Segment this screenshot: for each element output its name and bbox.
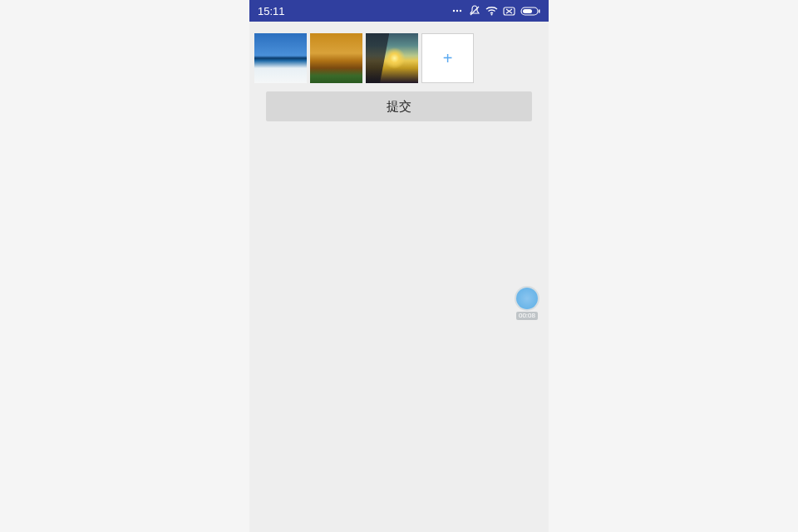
image-thumb[interactable] — [366, 33, 418, 83]
svg-rect-10 — [539, 9, 540, 12]
phone-frame: 15:11 + — [249, 0, 549, 532]
status-time: 15:11 — [258, 5, 285, 17]
image-thumb[interactable] — [310, 33, 362, 83]
content-area: + 提交 — [249, 22, 549, 121]
no-sim-icon — [503, 7, 515, 16]
image-thumb[interactable] — [254, 33, 307, 83]
record-time-label: 00:08 — [516, 312, 538, 320]
svg-point-4 — [491, 14, 493, 16]
battery-icon — [520, 7, 540, 16]
svg-point-2 — [460, 10, 461, 12]
status-icons — [452, 5, 540, 17]
svg-rect-9 — [523, 9, 532, 13]
submit-label: 提交 — [387, 99, 411, 115]
screen-record-widget[interactable]: 00:08 — [516, 288, 538, 320]
add-image-button[interactable]: + — [421, 33, 474, 83]
status-bar: 15:11 — [249, 0, 549, 22]
svg-point-0 — [453, 10, 455, 12]
more-icon — [452, 7, 464, 15]
record-icon — [516, 288, 538, 309]
image-row: + — [254, 33, 544, 91]
wifi-icon — [485, 6, 498, 16]
svg-point-1 — [456, 10, 458, 12]
plus-icon: + — [443, 49, 453, 68]
mute-icon — [469, 5, 480, 17]
submit-button[interactable]: 提交 — [266, 91, 532, 121]
